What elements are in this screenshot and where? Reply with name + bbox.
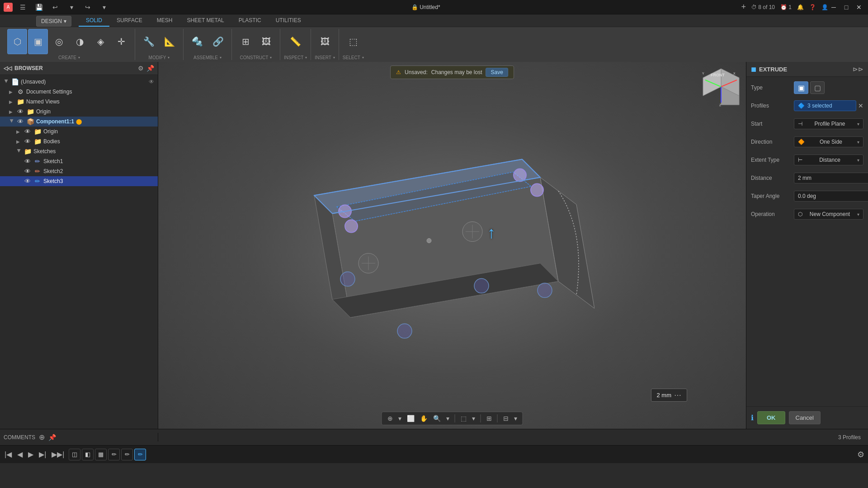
view-layout-button[interactable]: ⊟ xyxy=(501,414,510,423)
eye-comp-icon[interactable]: 👁 xyxy=(16,118,24,125)
timeline-step-6[interactable]: ✏ xyxy=(134,449,146,460)
tree-item-sketch1[interactable]: 👁 ✏ Sketch1 xyxy=(0,156,158,166)
tree-item-named-views[interactable]: ▶ 📁 Named Views xyxy=(0,97,158,107)
browser-pin-button[interactable]: 📌 xyxy=(146,65,154,72)
tree-item-bodies[interactable]: ▶ 👁 📁 Bodies xyxy=(0,136,158,146)
sketch-button[interactable]: ⬜ xyxy=(405,414,416,423)
operation-dropdown[interactable]: ⬡ New Component ▾ xyxy=(794,209,863,220)
insert-tool1[interactable]: 🖼 xyxy=(315,29,335,54)
ok-button[interactable]: OK xyxy=(757,411,785,424)
comment-pin-button[interactable]: 📌 xyxy=(48,434,56,441)
sweep-tool[interactable]: ◑ xyxy=(70,29,90,54)
grid-button[interactable]: ⊞ xyxy=(485,414,494,423)
view-layout-dropdown[interactable]: ▾ xyxy=(512,414,519,423)
direction-dropdown[interactable]: 🔶 One Side ▾ xyxy=(794,136,863,147)
tree-arrow-origin[interactable]: ▶ xyxy=(9,109,14,114)
close-button[interactable]: ✕ xyxy=(854,3,864,12)
eye-sketch3-icon[interactable]: 👁 xyxy=(24,178,32,185)
select-tool1[interactable]: ⬚ xyxy=(343,29,363,54)
timeline-next-button[interactable]: ▶| xyxy=(38,449,47,460)
timeline-step-1[interactable]: ◫ xyxy=(69,449,80,460)
redo-button[interactable]: ↪ xyxy=(81,1,94,14)
add-tab-button[interactable]: + xyxy=(741,2,746,12)
timeline-end-button[interactable]: ▶▶| xyxy=(51,449,65,460)
root-eye-icon[interactable]: 👁 xyxy=(149,79,154,85)
construct-tool1[interactable]: ⊞ xyxy=(236,29,255,54)
eye-sketch2-icon[interactable]: 👁 xyxy=(24,168,32,175)
insert-arrow-icon[interactable]: ▾ xyxy=(333,56,335,60)
timeline-prev-button[interactable]: ◀ xyxy=(16,449,24,460)
modify-arrow-icon[interactable]: ▾ xyxy=(168,56,170,60)
tree-arrow-sketches[interactable]: ▶ xyxy=(17,149,22,154)
create-component-tool[interactable]: ⬡ xyxy=(7,29,27,54)
browser-settings-button[interactable]: ⚙ xyxy=(138,65,144,72)
modify-tool2[interactable]: 📐 xyxy=(160,29,179,54)
cancel-button[interactable]: Cancel xyxy=(789,411,821,424)
profiles-value[interactable]: 🔷 3 selected xyxy=(794,100,856,111)
tree-arrow-comp-origin[interactable]: ▶ xyxy=(16,129,22,134)
extent-dropdown[interactable]: ⊢ Distance ▾ xyxy=(794,155,863,165)
modify-tool1[interactable]: 🔧 xyxy=(139,29,159,54)
tree-arrow-bodies[interactable]: ▶ xyxy=(16,139,22,144)
timeline-play-button[interactable]: ▶ xyxy=(27,449,34,460)
tab-surface[interactable]: SURFACE xyxy=(109,15,150,27)
eye-sketch1-icon[interactable]: 👁 xyxy=(24,158,32,165)
profile-button[interactable]: 👤 xyxy=(821,4,828,10)
timeline-settings-button[interactable]: ⚙ xyxy=(857,450,864,460)
distance-input[interactable] xyxy=(794,173,868,183)
timeline-start-button[interactable]: |◀ xyxy=(4,449,13,460)
tree-item-root[interactable]: ▶ 📄 (Unsaved) 👁 xyxy=(0,77,158,87)
panel-expand-button[interactable]: ⊳⊳ xyxy=(853,66,863,73)
revolve-tool[interactable]: ◎ xyxy=(49,29,69,54)
start-dropdown[interactable]: ⊣ Profile Plane ▾ xyxy=(794,118,863,129)
tree-item-sketch3[interactable]: 👁 ✏ Sketch3 xyxy=(0,176,158,186)
tree-item-component1[interactable]: ▶ 👁 📦 Component1:1 ⬤ xyxy=(0,117,158,127)
create-arrow-icon[interactable]: ▾ xyxy=(78,56,80,60)
tab-sheet-metal[interactable]: SHEET METAL xyxy=(179,15,231,27)
inspect-tool1[interactable]: 📏 xyxy=(286,29,306,54)
save-button[interactable]: Save xyxy=(486,68,508,77)
menu-button[interactable]: ☰ xyxy=(16,1,29,14)
tab-utilities[interactable]: UTILITIES xyxy=(269,15,308,27)
tree-item-comp-origin[interactable]: ▶ 👁 📁 Origin xyxy=(0,127,158,136)
assemble-tool2[interactable]: 🔗 xyxy=(208,29,228,54)
tab-plastic[interactable]: PLASTIC xyxy=(231,15,269,27)
timeline-step-2[interactable]: ◧ xyxy=(82,449,94,460)
save-file-button[interactable]: 💾 xyxy=(33,1,45,14)
tree-item-doc-settings[interactable]: ▶ ⚙ Document Settings xyxy=(0,87,158,97)
add-comment-button[interactable]: ⊕ xyxy=(39,433,45,441)
zoom-button[interactable]: 🔍 xyxy=(431,414,443,423)
inspect-arrow-icon[interactable]: ▾ xyxy=(305,56,307,60)
loft-tool[interactable]: ◈ xyxy=(90,29,110,54)
undo-button[interactable]: ↩ xyxy=(49,1,61,14)
distance-more-button[interactable]: ⋯ xyxy=(674,391,681,399)
move-tool[interactable]: ✛ xyxy=(111,29,131,54)
tree-arrow-doc[interactable]: ▶ xyxy=(9,89,14,94)
display-dropdown[interactable]: ▾ xyxy=(470,414,477,423)
display-mode-button[interactable]: ⬚ xyxy=(459,414,468,423)
collapse-browser-icon[interactable]: ◁◁ xyxy=(4,65,12,71)
viewport[interactable]: ↑ ⚠ Unsaved: Changes may be lost Save FR… xyxy=(158,62,746,429)
tab-solid[interactable]: SOLID xyxy=(79,15,109,27)
construct-tool2[interactable]: 🖼 xyxy=(256,29,276,54)
view-cube[interactable]: FRONT X Y Z xyxy=(701,66,741,107)
tree-item-sketch2[interactable]: 👁 ✏ Sketch2 xyxy=(0,166,158,176)
type-surface-button[interactable]: ▢ xyxy=(810,81,825,94)
construct-arrow-icon[interactable]: ▾ xyxy=(270,56,272,60)
taper-input[interactable] xyxy=(794,191,868,202)
timeline-step-4[interactable]: ✏ xyxy=(108,449,120,460)
orbit-button[interactable]: ✋ xyxy=(418,414,429,423)
help-button[interactable]: ❓ xyxy=(809,4,816,10)
zoom-dropdown[interactable]: ▾ xyxy=(444,414,451,423)
design-dropdown[interactable]: DESIGN ▾ xyxy=(36,16,71,27)
type-solid-button[interactable]: ▣ xyxy=(794,81,808,94)
tree-arrow-root[interactable]: ▶ xyxy=(4,79,9,84)
profiles-clear-button[interactable]: ✕ xyxy=(858,102,863,109)
assemble-tool1[interactable]: 🔩 xyxy=(187,29,207,54)
select-arrow-icon[interactable]: ▾ xyxy=(362,56,364,60)
tree-arrow-named[interactable]: ▶ xyxy=(9,99,14,104)
tree-item-sketches[interactable]: ▶ 📁 Sketches xyxy=(0,146,158,156)
timeline-step-5[interactable]: ✏ xyxy=(121,449,133,460)
minimize-button[interactable]: ─ xyxy=(828,3,839,12)
tab-mesh[interactable]: MESH xyxy=(150,15,180,27)
